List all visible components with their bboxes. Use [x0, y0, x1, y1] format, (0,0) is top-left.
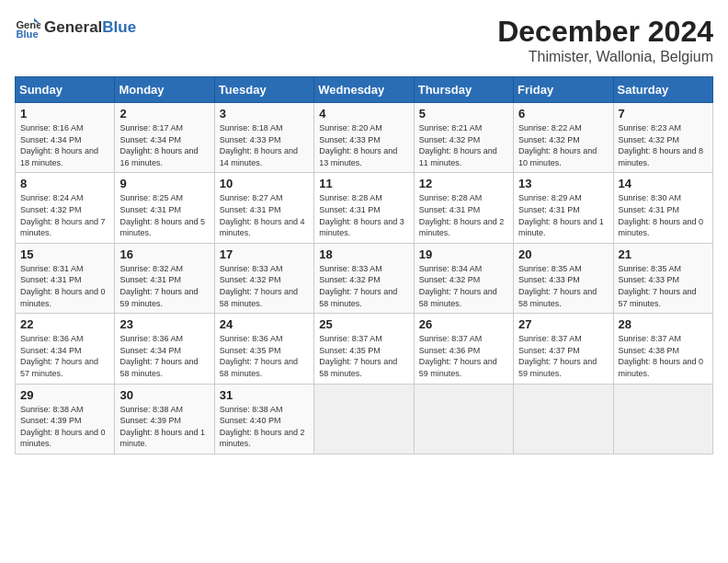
day-info: Sunrise: 8:28 AM Sunset: 4:31 PM Dayligh…: [319, 192, 408, 238]
calendar-header-row: Sunday Monday Tuesday Wednesday Thursday…: [16, 77, 713, 103]
day-info: Sunrise: 8:37 AM Sunset: 4:35 PM Dayligh…: [319, 333, 408, 379]
table-row: 30Sunrise: 8:38 AM Sunset: 4:39 PM Dayli…: [115, 384, 214, 454]
day-number: 21: [619, 247, 708, 261]
day-number: 6: [518, 107, 608, 121]
col-monday: Monday: [115, 77, 214, 103]
day-info: Sunrise: 8:33 AM Sunset: 4:32 PM Dayligh…: [220, 263, 309, 309]
table-row: 2Sunrise: 8:17 AM Sunset: 4:34 PM Daylig…: [115, 103, 214, 173]
calendar-week-row: 15Sunrise: 8:31 AM Sunset: 4:31 PM Dayli…: [16, 243, 713, 313]
col-wednesday: Wednesday: [314, 77, 414, 103]
calendar-week-row: 1Sunrise: 8:16 AM Sunset: 4:34 PM Daylig…: [16, 103, 713, 173]
table-row: 19Sunrise: 8:34 AM Sunset: 4:32 PM Dayli…: [414, 243, 513, 313]
day-info: Sunrise: 8:27 AM Sunset: 4:31 PM Dayligh…: [220, 192, 309, 238]
day-number: 29: [20, 388, 109, 402]
table-row: 21Sunrise: 8:35 AM Sunset: 4:33 PM Dayli…: [613, 243, 712, 313]
day-number: 22: [20, 317, 109, 331]
col-saturday: Saturday: [613, 77, 712, 103]
table-row: 27Sunrise: 8:37 AM Sunset: 4:37 PM Dayli…: [514, 314, 613, 384]
day-number: 30: [119, 388, 209, 402]
table-row: 18Sunrise: 8:33 AM Sunset: 4:32 PM Dayli…: [314, 243, 414, 313]
table-row: 9Sunrise: 8:25 AM Sunset: 4:31 PM Daylig…: [115, 173, 214, 243]
day-info: Sunrise: 8:16 AM Sunset: 4:34 PM Dayligh…: [20, 122, 109, 168]
table-row: 24Sunrise: 8:36 AM Sunset: 4:35 PM Dayli…: [214, 314, 313, 384]
day-info: Sunrise: 8:38 AM Sunset: 4:39 PM Dayligh…: [20, 404, 109, 450]
day-info: Sunrise: 8:24 AM Sunset: 4:32 PM Dayligh…: [20, 192, 109, 238]
day-info: Sunrise: 8:36 AM Sunset: 4:34 PM Dayligh…: [20, 333, 109, 379]
day-info: Sunrise: 8:37 AM Sunset: 4:37 PM Dayligh…: [518, 333, 608, 379]
day-info: Sunrise: 8:20 AM Sunset: 4:33 PM Dayligh…: [319, 122, 408, 168]
day-number: 2: [119, 107, 209, 121]
table-row: 25Sunrise: 8:37 AM Sunset: 4:35 PM Dayli…: [314, 314, 414, 384]
title-block: December 2024 Thimister, Wallonia, Belgi…: [497, 15, 713, 65]
table-row: 10Sunrise: 8:27 AM Sunset: 4:31 PM Dayli…: [214, 173, 313, 243]
table-row: 14Sunrise: 8:30 AM Sunset: 4:31 PM Dayli…: [613, 173, 712, 243]
table-row: 20Sunrise: 8:35 AM Sunset: 4:33 PM Dayli…: [514, 243, 613, 313]
table-row: 1Sunrise: 8:16 AM Sunset: 4:34 PM Daylig…: [16, 103, 115, 173]
logo-general-text: General: [44, 18, 102, 36]
day-number: 14: [619, 177, 708, 190]
day-number: 28: [619, 317, 708, 331]
col-tuesday: Tuesday: [214, 77, 313, 103]
day-number: 15: [20, 247, 109, 261]
day-info: Sunrise: 8:35 AM Sunset: 4:33 PM Dayligh…: [518, 263, 608, 309]
day-info: Sunrise: 8:37 AM Sunset: 4:36 PM Dayligh…: [419, 333, 508, 379]
table-row: 15Sunrise: 8:31 AM Sunset: 4:31 PM Dayli…: [16, 243, 115, 313]
calendar-table: Sunday Monday Tuesday Wednesday Thursday…: [15, 76, 713, 454]
day-number: 25: [319, 317, 408, 331]
day-number: 7: [619, 107, 708, 121]
day-info: Sunrise: 8:31 AM Sunset: 4:31 PM Dayligh…: [20, 263, 109, 309]
day-number: 3: [220, 107, 309, 121]
table-row: 13Sunrise: 8:29 AM Sunset: 4:31 PM Dayli…: [514, 173, 613, 243]
logo-blue-text: Blue: [102, 18, 136, 36]
day-number: 20: [518, 247, 608, 261]
day-number: 27: [518, 317, 608, 331]
calendar-week-row: 22Sunrise: 8:36 AM Sunset: 4:34 PM Dayli…: [16, 314, 713, 384]
day-number: 17: [220, 247, 309, 261]
table-row: 3Sunrise: 8:18 AM Sunset: 4:33 PM Daylig…: [214, 103, 313, 173]
table-row: 22Sunrise: 8:36 AM Sunset: 4:34 PM Dayli…: [16, 314, 115, 384]
day-info: Sunrise: 8:34 AM Sunset: 4:32 PM Dayligh…: [419, 263, 508, 309]
day-info: Sunrise: 8:36 AM Sunset: 4:35 PM Dayligh…: [220, 333, 309, 379]
svg-text:Blue: Blue: [16, 29, 38, 40]
table-row: 6Sunrise: 8:22 AM Sunset: 4:32 PM Daylig…: [514, 103, 613, 173]
page-subtitle: Thimister, Wallonia, Belgium: [497, 49, 713, 65]
day-info: Sunrise: 8:30 AM Sunset: 4:31 PM Dayligh…: [619, 192, 708, 238]
table-row: 17Sunrise: 8:33 AM Sunset: 4:32 PM Dayli…: [214, 243, 313, 313]
day-number: 12: [419, 177, 508, 190]
day-number: 4: [319, 107, 408, 121]
table-row: [414, 384, 513, 454]
day-number: 11: [319, 177, 408, 190]
day-info: Sunrise: 8:35 AM Sunset: 4:33 PM Dayligh…: [619, 263, 708, 309]
day-info: Sunrise: 8:38 AM Sunset: 4:40 PM Dayligh…: [220, 404, 309, 450]
day-info: Sunrise: 8:37 AM Sunset: 4:38 PM Dayligh…: [619, 333, 708, 379]
day-info: Sunrise: 8:32 AM Sunset: 4:31 PM Dayligh…: [119, 263, 209, 309]
day-number: 5: [419, 107, 508, 121]
table-row: 28Sunrise: 8:37 AM Sunset: 4:38 PM Dayli…: [613, 314, 712, 384]
col-sunday: Sunday: [16, 77, 115, 103]
calendar-week-row: 8Sunrise: 8:24 AM Sunset: 4:32 PM Daylig…: [16, 173, 713, 243]
day-info: Sunrise: 8:22 AM Sunset: 4:32 PM Dayligh…: [518, 122, 608, 168]
table-row: [514, 384, 613, 454]
logo: General Blue GeneralBlue: [15, 15, 136, 40]
col-friday: Friday: [514, 77, 613, 103]
day-info: Sunrise: 8:38 AM Sunset: 4:39 PM Dayligh…: [119, 404, 209, 450]
table-row: 4Sunrise: 8:20 AM Sunset: 4:33 PM Daylig…: [314, 103, 414, 173]
table-row: 11Sunrise: 8:28 AM Sunset: 4:31 PM Dayli…: [314, 173, 414, 243]
calendar-week-row: 29Sunrise: 8:38 AM Sunset: 4:39 PM Dayli…: [16, 384, 713, 454]
day-info: Sunrise: 8:36 AM Sunset: 4:34 PM Dayligh…: [119, 333, 209, 379]
table-row: 26Sunrise: 8:37 AM Sunset: 4:36 PM Dayli…: [414, 314, 513, 384]
day-info: Sunrise: 8:28 AM Sunset: 4:31 PM Dayligh…: [419, 192, 508, 238]
table-row: 31Sunrise: 8:38 AM Sunset: 4:40 PM Dayli…: [214, 384, 313, 454]
page-title: December 2024: [497, 15, 713, 49]
day-number: 8: [20, 177, 109, 190]
day-number: 31: [220, 388, 309, 402]
day-number: 24: [220, 317, 309, 331]
day-info: Sunrise: 8:21 AM Sunset: 4:32 PM Dayligh…: [419, 122, 508, 168]
day-number: 18: [319, 247, 408, 261]
logo-icon: General Blue: [15, 15, 40, 40]
day-info: Sunrise: 8:17 AM Sunset: 4:34 PM Dayligh…: [119, 122, 209, 168]
col-thursday: Thursday: [414, 77, 513, 103]
table-row: 8Sunrise: 8:24 AM Sunset: 4:32 PM Daylig…: [16, 173, 115, 243]
table-row: 12Sunrise: 8:28 AM Sunset: 4:31 PM Dayli…: [414, 173, 513, 243]
table-row: 23Sunrise: 8:36 AM Sunset: 4:34 PM Dayli…: [115, 314, 214, 384]
